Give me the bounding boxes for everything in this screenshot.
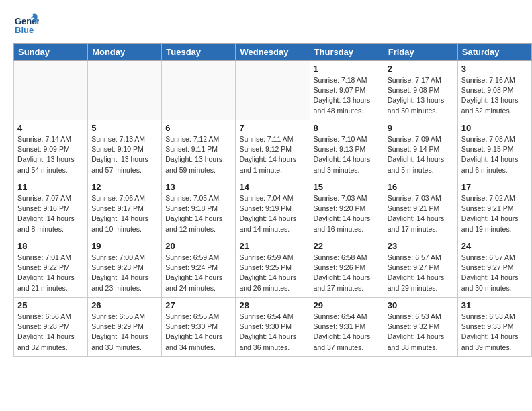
calendar-wrapper: SundayMondayTuesdayWednesdayThursdayFrid…	[0, 43, 532, 363]
calendar-cell	[88, 61, 162, 120]
day-info: Sunrise: 7:08 AM Sunset: 9:15 PM Dayligh…	[461, 134, 528, 175]
day-info: Sunrise: 6:55 AM Sunset: 9:30 PM Dayligh…	[165, 312, 232, 353]
day-number: 28	[239, 300, 306, 310]
day-number: 5	[91, 123, 158, 133]
col-header-saturday: Saturday	[457, 44, 531, 61]
day-number: 6	[165, 123, 232, 133]
day-number: 16	[388, 182, 454, 192]
day-number: 12	[91, 182, 158, 192]
day-number: 27	[165, 300, 232, 310]
calendar-week-5: 25Sunrise: 6:56 AM Sunset: 9:28 PM Dayli…	[14, 298, 532, 357]
day-info: Sunrise: 6:57 AM Sunset: 9:27 PM Dayligh…	[461, 253, 528, 293]
day-info: Sunrise: 7:04 AM Sunset: 9:19 PM Dayligh…	[239, 193, 306, 234]
calendar-cell	[162, 61, 236, 120]
day-info: Sunrise: 6:53 AM Sunset: 9:32 PM Dayligh…	[388, 312, 454, 353]
logo: General Blue	[13, 11, 43, 36]
calendar-cell: 26Sunrise: 6:55 AM Sunset: 9:29 PM Dayli…	[88, 298, 162, 357]
day-info: Sunrise: 7:00 AM Sunset: 9:23 PM Dayligh…	[91, 253, 158, 293]
col-header-thursday: Thursday	[310, 44, 384, 61]
calendar-cell	[236, 61, 310, 120]
calendar-cell: 17Sunrise: 7:02 AM Sunset: 9:21 PM Dayli…	[457, 179, 531, 238]
day-number: 13	[165, 182, 232, 192]
calendar-week-2: 4Sunrise: 7:14 AM Sunset: 9:09 PM Daylig…	[14, 120, 532, 179]
day-number: 23	[388, 241, 454, 251]
calendar-cell: 4Sunrise: 7:14 AM Sunset: 9:09 PM Daylig…	[14, 120, 88, 179]
day-info: Sunrise: 7:06 AM Sunset: 9:17 PM Dayligh…	[91, 193, 158, 234]
day-number: 29	[314, 300, 380, 310]
day-number: 1	[314, 64, 380, 74]
logo-icon: General Blue	[13, 11, 39, 36]
col-header-friday: Friday	[384, 44, 457, 61]
day-number: 8	[314, 123, 380, 133]
calendar-cell: 7Sunrise: 7:11 AM Sunset: 9:12 PM Daylig…	[236, 120, 310, 179]
day-number: 4	[17, 123, 84, 133]
calendar-week-1: 1Sunrise: 7:18 AM Sunset: 9:07 PM Daylig…	[14, 61, 532, 120]
calendar-cell: 3Sunrise: 7:16 AM Sunset: 9:08 PM Daylig…	[457, 61, 531, 120]
day-info: Sunrise: 6:55 AM Sunset: 9:29 PM Dayligh…	[91, 312, 158, 353]
calendar-cell: 11Sunrise: 7:07 AM Sunset: 9:16 PM Dayli…	[14, 179, 88, 238]
page-header: General Blue	[0, 0, 532, 39]
day-info: Sunrise: 7:03 AM Sunset: 9:21 PM Dayligh…	[388, 193, 454, 234]
day-number: 21	[239, 241, 306, 251]
day-info: Sunrise: 7:13 AM Sunset: 9:10 PM Dayligh…	[91, 134, 158, 175]
calendar-cell: 19Sunrise: 7:00 AM Sunset: 9:23 PM Dayli…	[88, 238, 162, 298]
day-number: 14	[239, 182, 306, 192]
day-info: Sunrise: 6:58 AM Sunset: 9:26 PM Dayligh…	[314, 253, 380, 293]
calendar-cell: 24Sunrise: 6:57 AM Sunset: 9:27 PM Dayli…	[457, 238, 531, 298]
day-number: 24	[461, 241, 528, 251]
day-info: Sunrise: 7:05 AM Sunset: 9:18 PM Dayligh…	[165, 193, 232, 234]
day-number: 19	[91, 241, 158, 251]
calendar-cell: 15Sunrise: 7:03 AM Sunset: 9:20 PM Dayli…	[310, 179, 384, 238]
svg-text:Blue: Blue	[15, 25, 34, 35]
day-info: Sunrise: 7:09 AM Sunset: 9:14 PM Dayligh…	[388, 134, 454, 175]
day-info: Sunrise: 7:18 AM Sunset: 9:07 PM Dayligh…	[314, 75, 380, 116]
calendar-cell: 28Sunrise: 6:54 AM Sunset: 9:30 PM Dayli…	[236, 298, 310, 357]
calendar-header: SundayMondayTuesdayWednesdayThursdayFrid…	[14, 44, 532, 61]
day-number: 25	[17, 300, 84, 310]
day-info: Sunrise: 6:54 AM Sunset: 9:30 PM Dayligh…	[239, 312, 306, 353]
day-number: 30	[388, 300, 454, 310]
day-number: 7	[239, 123, 306, 133]
day-info: Sunrise: 7:01 AM Sunset: 9:22 PM Dayligh…	[17, 253, 84, 293]
day-number: 31	[461, 300, 528, 310]
col-header-sunday: Sunday	[14, 44, 88, 61]
day-number: 26	[91, 300, 158, 310]
calendar-cell	[14, 61, 88, 120]
calendar: SundayMondayTuesdayWednesdayThursdayFrid…	[13, 43, 532, 357]
day-info: Sunrise: 7:11 AM Sunset: 9:12 PM Dayligh…	[239, 134, 306, 175]
calendar-cell: 2Sunrise: 7:17 AM Sunset: 9:08 PM Daylig…	[384, 61, 457, 120]
day-info: Sunrise: 6:57 AM Sunset: 9:27 PM Dayligh…	[388, 253, 454, 293]
calendar-cell: 9Sunrise: 7:09 AM Sunset: 9:14 PM Daylig…	[384, 120, 457, 179]
calendar-cell: 1Sunrise: 7:18 AM Sunset: 9:07 PM Daylig…	[310, 61, 384, 120]
col-header-monday: Monday	[88, 44, 162, 61]
day-info: Sunrise: 7:17 AM Sunset: 9:08 PM Dayligh…	[388, 75, 454, 116]
calendar-week-4: 18Sunrise: 7:01 AM Sunset: 9:22 PM Dayli…	[14, 238, 532, 298]
day-number: 3	[461, 64, 528, 74]
day-info: Sunrise: 6:56 AM Sunset: 9:28 PM Dayligh…	[17, 312, 84, 353]
calendar-cell: 8Sunrise: 7:10 AM Sunset: 9:13 PM Daylig…	[310, 120, 384, 179]
col-header-tuesday: Tuesday	[162, 44, 236, 61]
day-number: 17	[461, 182, 528, 192]
day-number: 11	[17, 182, 84, 192]
calendar-cell: 10Sunrise: 7:08 AM Sunset: 9:15 PM Dayli…	[457, 120, 531, 179]
calendar-cell: 23Sunrise: 6:57 AM Sunset: 9:27 PM Dayli…	[384, 238, 457, 298]
day-info: Sunrise: 7:03 AM Sunset: 9:20 PM Dayligh…	[314, 193, 380, 234]
calendar-cell: 30Sunrise: 6:53 AM Sunset: 9:32 PM Dayli…	[384, 298, 457, 357]
calendar-cell: 13Sunrise: 7:05 AM Sunset: 9:18 PM Dayli…	[162, 179, 236, 238]
day-info: Sunrise: 7:12 AM Sunset: 9:11 PM Dayligh…	[165, 134, 232, 175]
day-info: Sunrise: 7:02 AM Sunset: 9:21 PM Dayligh…	[461, 193, 528, 234]
day-number: 9	[388, 123, 454, 133]
calendar-cell: 22Sunrise: 6:58 AM Sunset: 9:26 PM Dayli…	[310, 238, 384, 298]
day-info: Sunrise: 7:10 AM Sunset: 9:13 PM Dayligh…	[314, 134, 380, 175]
day-number: 10	[461, 123, 528, 133]
day-info: Sunrise: 6:53 AM Sunset: 9:33 PM Dayligh…	[461, 312, 528, 353]
calendar-cell: 20Sunrise: 6:59 AM Sunset: 9:24 PM Dayli…	[162, 238, 236, 298]
calendar-cell: 25Sunrise: 6:56 AM Sunset: 9:28 PM Dayli…	[14, 298, 88, 357]
day-number: 15	[314, 182, 380, 192]
calendar-cell: 12Sunrise: 7:06 AM Sunset: 9:17 PM Dayli…	[88, 179, 162, 238]
day-info: Sunrise: 6:59 AM Sunset: 9:25 PM Dayligh…	[239, 253, 306, 293]
calendar-week-3: 11Sunrise: 7:07 AM Sunset: 9:16 PM Dayli…	[14, 179, 532, 238]
day-number: 20	[165, 241, 232, 251]
calendar-cell: 6Sunrise: 7:12 AM Sunset: 9:11 PM Daylig…	[162, 120, 236, 179]
day-number: 18	[17, 241, 84, 251]
